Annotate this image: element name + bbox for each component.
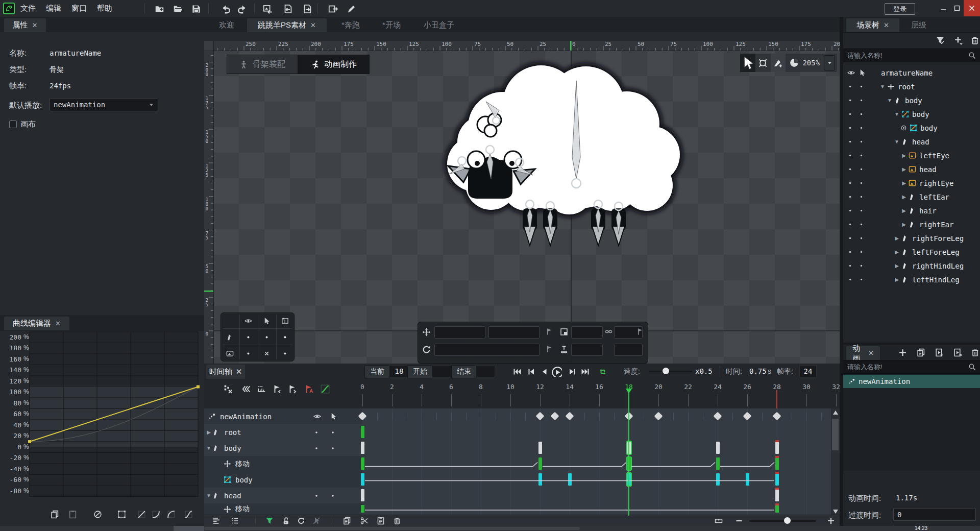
curve-plot[interactable] <box>0 331 204 499</box>
dot-icon[interactable] <box>859 139 864 144</box>
close-panel-icon[interactable]: ✕ <box>236 367 242 376</box>
expander-icon[interactable]: ▶ <box>900 153 908 158</box>
end-frame-button[interactable]: 结束 <box>451 365 477 378</box>
keyframe-frame-0[interactable] <box>361 457 364 470</box>
keyframe-diamond-frame-14[interactable] <box>566 412 574 421</box>
undo-button[interactable] <box>219 3 232 15</box>
list-lines-button[interactable] <box>229 515 241 526</box>
y-skew-field[interactable] <box>614 344 643 356</box>
search-input[interactable]: 请输入名称! <box>843 360 980 374</box>
dot-icon[interactable] <box>847 153 853 158</box>
keyframe-diamond-frame-28[interactable] <box>773 412 781 421</box>
track-label[interactable]: ▼head <box>204 488 362 503</box>
tree-node-armatureName[interactable]: armatureName <box>843 66 980 80</box>
animation-item-newAnimation[interactable]: newAnimation <box>843 375 980 388</box>
transform-tool-button[interactable] <box>755 54 771 72</box>
tree-node-rightForeLeg[interactable]: ▶rightForeLeg <box>843 231 980 245</box>
tree-node-head[interactable]: ▶head <box>843 162 980 176</box>
dot-icon[interactable] <box>859 84 864 89</box>
dot-icon[interactable] <box>313 429 320 436</box>
end-frame-value[interactable] <box>476 365 495 377</box>
tree-node-rightHindLeg[interactable]: ▶rightHindLeg <box>843 259 980 273</box>
funnel-green-button[interactable] <box>263 515 276 526</box>
trash-button[interactable] <box>969 34 980 46</box>
maximize-button[interactable] <box>950 0 964 16</box>
visible-target-icon[interactable] <box>900 125 907 131</box>
pb-back-button[interactable] <box>538 365 551 378</box>
tree-node-rightEye[interactable]: ▶rightEye <box>843 176 980 190</box>
flag-action-button[interactable] <box>303 383 315 395</box>
animation-list[interactable]: newAnimation <box>843 374 980 471</box>
speed-slider-knob[interactable] <box>663 368 669 374</box>
doc-tab-3[interactable]: *开场 <box>374 18 409 32</box>
zoom-dropdown-button[interactable] <box>824 55 835 70</box>
export-project-button[interactable] <box>301 3 313 15</box>
keyframe-diamond-frame-24[interactable] <box>714 412 722 421</box>
anim-field-input-1[interactable]: 0 <box>893 508 976 521</box>
close-panel-icon[interactable]: ✕ <box>884 21 889 29</box>
search-icon[interactable] <box>968 52 976 59</box>
zoom-control[interactable]: 205% <box>786 58 824 67</box>
dot-icon[interactable] <box>859 166 864 172</box>
plus-button[interactable] <box>825 515 837 526</box>
scroll-up-button[interactable] <box>831 408 840 417</box>
keyframe-diamond-frame-13[interactable] <box>551 412 559 421</box>
trash-button[interactable] <box>969 346 980 358</box>
redo-button[interactable] <box>236 3 248 15</box>
x-scale-field[interactable] <box>571 326 603 339</box>
dot-icon[interactable] <box>330 445 336 451</box>
expander-icon[interactable]: ▼ <box>893 139 900 144</box>
save-file-button[interactable] <box>190 3 202 15</box>
dot-icon[interactable] <box>859 208 864 213</box>
select-dim-button[interactable] <box>310 515 323 526</box>
track-keys[interactable] <box>362 424 840 440</box>
funnel-check-button[interactable] <box>934 34 946 46</box>
track-label[interactable]: body <box>204 472 362 488</box>
playhead-line[interactable] <box>628 390 629 516</box>
keyframe-diamond-frame-20[interactable] <box>654 412 663 421</box>
anim-import-button[interactable] <box>933 346 945 358</box>
keyframe-frame-24[interactable] <box>716 442 720 454</box>
track-keys[interactable] <box>362 456 840 472</box>
keyframe-frame-14[interactable] <box>568 473 572 486</box>
track-keys[interactable] <box>362 440 840 456</box>
current-frame-button[interactable]: 当前 <box>364 365 390 378</box>
keyframe-frame-28[interactable] <box>775 489 779 501</box>
keyframe-frame-28[interactable] <box>775 442 779 454</box>
timeline-vscrollbar[interactable] <box>831 408 840 516</box>
expander-icon[interactable]: ▼ <box>879 84 886 89</box>
pb-nextkey-button[interactable] <box>579 365 592 378</box>
dot-icon[interactable] <box>847 166 853 172</box>
dot-icon[interactable] <box>847 139 853 144</box>
publish-button[interactable] <box>327 3 339 15</box>
timeline-zoom-knob[interactable] <box>784 517 791 524</box>
menu-0[interactable]: 文件 <box>20 4 36 13</box>
dot-icon[interactable] <box>245 334 252 341</box>
expander-icon[interactable]: ▼ <box>205 445 212 451</box>
track-label[interactable]: ▼body <box>204 440 362 456</box>
dot-icon[interactable] <box>847 84 853 89</box>
tab-scene-tree[interactable]: 场景树✕ <box>846 18 899 32</box>
tree-node-hair[interactable]: ▶hair <box>843 204 980 218</box>
xmark-icon[interactable] <box>263 350 270 357</box>
expander-icon[interactable]: ▼ <box>205 493 212 498</box>
dot-icon[interactable] <box>859 153 864 158</box>
menu-1[interactable]: 编辑 <box>46 4 61 13</box>
menu-3[interactable]: 帮助 <box>97 4 112 13</box>
track-label[interactable]: ▶root <box>204 424 362 440</box>
expander-icon[interactable]: ▶ <box>900 208 908 213</box>
eye-icon[interactable] <box>847 69 855 77</box>
page-paste-button[interactable] <box>375 515 387 526</box>
toggle-cell[interactable] <box>258 346 276 361</box>
dot-icon[interactable] <box>847 222 853 227</box>
mode-animate-button[interactable]: 动画制作 <box>298 55 370 74</box>
dot-icon[interactable] <box>847 111 853 117</box>
track-keys[interactable] <box>362 503 840 515</box>
cursor-icon[interactable] <box>859 69 866 77</box>
preset-ease-out-button[interactable] <box>165 509 177 520</box>
dot-icon[interactable] <box>859 263 864 269</box>
tree-node-rightEar[interactable]: ▶rightEar <box>843 218 980 231</box>
plus-menu-button[interactable] <box>952 34 965 46</box>
dot-icon[interactable] <box>313 493 320 499</box>
keyframe-frame-0[interactable] <box>361 426 364 438</box>
